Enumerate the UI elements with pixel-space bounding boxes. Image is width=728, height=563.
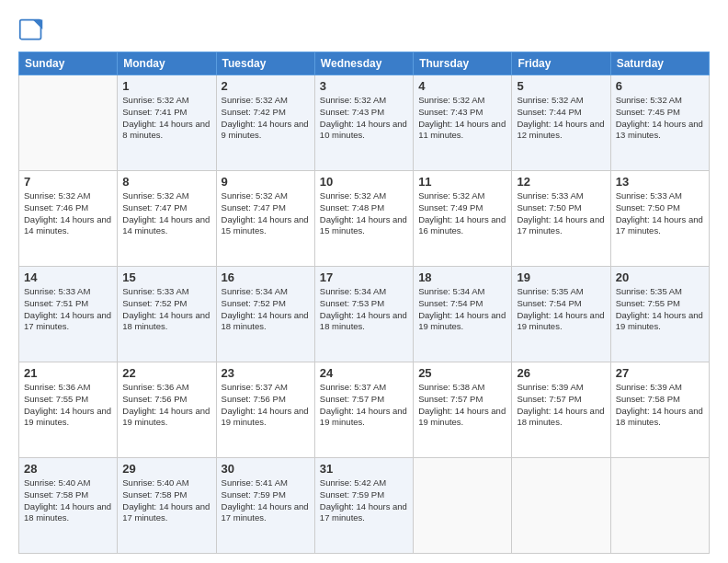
calendar-cell: 24Sunrise: 5:37 AMSunset: 7:57 PMDayligh… xyxy=(314,362,413,458)
day-number: 25 xyxy=(418,366,506,380)
day-info: Sunrise: 5:32 AMSunset: 7:48 PMDaylight:… xyxy=(320,190,408,237)
day-number: 21 xyxy=(24,366,112,380)
day-number: 17 xyxy=(320,270,408,284)
weekday-header-wednesday: Wednesday xyxy=(314,52,413,75)
day-number: 29 xyxy=(122,462,210,476)
calendar-week-row: 21Sunrise: 5:36 AMSunset: 7:55 PMDayligh… xyxy=(19,362,710,458)
day-info: Sunrise: 5:32 AMSunset: 7:49 PMDaylight:… xyxy=(418,190,506,237)
day-number: 18 xyxy=(418,270,506,284)
calendar-cell: 21Sunrise: 5:36 AMSunset: 7:55 PMDayligh… xyxy=(19,362,118,458)
calendar-table: SundayMondayTuesdayWednesdayThursdayFrid… xyxy=(18,52,710,554)
calendar-cell: 7Sunrise: 5:32 AMSunset: 7:46 PMDaylight… xyxy=(19,171,118,267)
day-number: 24 xyxy=(320,366,408,380)
calendar-cell: 16Sunrise: 5:34 AMSunset: 7:52 PMDayligh… xyxy=(216,267,314,362)
day-number: 11 xyxy=(418,175,506,189)
calendar-cell: 23Sunrise: 5:37 AMSunset: 7:56 PMDayligh… xyxy=(216,362,314,458)
calendar-cell xyxy=(19,75,118,171)
day-number: 19 xyxy=(517,270,605,284)
day-info: Sunrise: 5:39 AMSunset: 7:58 PMDaylight:… xyxy=(616,382,704,429)
calendar-cell: 5Sunrise: 5:32 AMSunset: 7:44 PMDaylight… xyxy=(512,75,610,171)
day-number: 27 xyxy=(616,366,704,380)
day-info: Sunrise: 5:40 AMSunset: 7:58 PMDaylight:… xyxy=(24,477,112,524)
weekday-header-sunday: Sunday xyxy=(19,52,118,75)
calendar-cell: 29Sunrise: 5:40 AMSunset: 7:58 PMDayligh… xyxy=(118,458,216,554)
day-info: Sunrise: 5:32 AMSunset: 7:43 PMDaylight:… xyxy=(418,95,506,142)
calendar-cell: 13Sunrise: 5:33 AMSunset: 7:50 PMDayligh… xyxy=(610,171,709,267)
weekday-header-thursday: Thursday xyxy=(414,52,512,75)
weekday-header-row: SundayMondayTuesdayWednesdayThursdayFrid… xyxy=(19,52,710,75)
day-info: Sunrise: 5:37 AMSunset: 7:56 PMDaylight:… xyxy=(222,382,310,429)
day-number: 15 xyxy=(122,270,210,284)
calendar-cell: 12Sunrise: 5:33 AMSunset: 7:50 PMDayligh… xyxy=(512,171,610,267)
day-number: 9 xyxy=(222,175,310,189)
calendar-week-row: 1Sunrise: 5:32 AMSunset: 7:41 PMDaylight… xyxy=(19,75,710,171)
logo xyxy=(18,17,46,42)
day-number: 16 xyxy=(222,270,310,284)
day-number: 12 xyxy=(517,175,605,189)
header xyxy=(18,17,710,42)
calendar-cell xyxy=(610,458,709,554)
day-info: Sunrise: 5:32 AMSunset: 7:45 PMDaylight:… xyxy=(616,95,704,142)
calendar-cell: 28Sunrise: 5:40 AMSunset: 7:58 PMDayligh… xyxy=(19,458,118,554)
calendar-cell: 6Sunrise: 5:32 AMSunset: 7:45 PMDaylight… xyxy=(610,75,709,171)
calendar-cell: 8Sunrise: 5:32 AMSunset: 7:47 PMDaylight… xyxy=(118,171,216,267)
day-info: Sunrise: 5:32 AMSunset: 7:46 PMDaylight:… xyxy=(24,190,112,237)
calendar-cell: 4Sunrise: 5:32 AMSunset: 7:43 PMDaylight… xyxy=(414,75,512,171)
weekday-header-tuesday: Tuesday xyxy=(216,52,314,75)
calendar-cell: 11Sunrise: 5:32 AMSunset: 7:49 PMDayligh… xyxy=(414,171,512,267)
day-info: Sunrise: 5:36 AMSunset: 7:56 PMDaylight:… xyxy=(122,382,210,429)
day-number: 26 xyxy=(517,366,605,380)
day-info: Sunrise: 5:32 AMSunset: 7:42 PMDaylight:… xyxy=(222,95,310,142)
day-info: Sunrise: 5:34 AMSunset: 7:52 PMDaylight:… xyxy=(222,286,310,333)
day-number: 4 xyxy=(418,79,506,93)
calendar-cell: 19Sunrise: 5:35 AMSunset: 7:54 PMDayligh… xyxy=(512,267,610,362)
calendar-cell: 2Sunrise: 5:32 AMSunset: 7:42 PMDaylight… xyxy=(216,75,314,171)
calendar-cell: 30Sunrise: 5:41 AMSunset: 7:59 PMDayligh… xyxy=(216,458,314,554)
calendar-cell: 10Sunrise: 5:32 AMSunset: 7:48 PMDayligh… xyxy=(314,171,413,267)
calendar-cell: 18Sunrise: 5:34 AMSunset: 7:54 PMDayligh… xyxy=(414,267,512,362)
day-number: 6 xyxy=(616,79,704,93)
day-info: Sunrise: 5:42 AMSunset: 7:59 PMDaylight:… xyxy=(320,477,408,524)
weekday-header-friday: Friday xyxy=(512,52,610,75)
calendar-cell: 27Sunrise: 5:39 AMSunset: 7:58 PMDayligh… xyxy=(610,362,709,458)
day-number: 31 xyxy=(320,462,408,476)
day-number: 5 xyxy=(517,79,605,93)
day-number: 30 xyxy=(222,462,310,476)
day-info: Sunrise: 5:37 AMSunset: 7:57 PMDaylight:… xyxy=(320,382,408,429)
day-number: 8 xyxy=(122,175,210,189)
calendar-cell: 22Sunrise: 5:36 AMSunset: 7:56 PMDayligh… xyxy=(118,362,216,458)
day-number: 13 xyxy=(616,175,704,189)
day-info: Sunrise: 5:32 AMSunset: 7:47 PMDaylight:… xyxy=(222,190,310,237)
day-info: Sunrise: 5:33 AMSunset: 7:52 PMDaylight:… xyxy=(122,286,210,333)
day-number: 3 xyxy=(320,79,408,93)
calendar-week-row: 14Sunrise: 5:33 AMSunset: 7:51 PMDayligh… xyxy=(19,267,710,362)
day-info: Sunrise: 5:33 AMSunset: 7:50 PMDaylight:… xyxy=(616,190,704,237)
calendar-page: SundayMondayTuesdayWednesdayThursdayFrid… xyxy=(0,0,728,563)
day-info: Sunrise: 5:33 AMSunset: 7:51 PMDaylight:… xyxy=(24,286,112,333)
day-number: 1 xyxy=(122,79,210,93)
calendar-cell xyxy=(512,458,610,554)
calendar-week-row: 28Sunrise: 5:40 AMSunset: 7:58 PMDayligh… xyxy=(19,458,710,554)
day-number: 2 xyxy=(222,79,310,93)
day-info: Sunrise: 5:32 AMSunset: 7:43 PMDaylight:… xyxy=(320,95,408,142)
day-number: 20 xyxy=(616,270,704,284)
day-number: 22 xyxy=(122,366,210,380)
day-number: 14 xyxy=(24,270,112,284)
calendar-cell: 25Sunrise: 5:38 AMSunset: 7:57 PMDayligh… xyxy=(414,362,512,458)
calendar-cell: 20Sunrise: 5:35 AMSunset: 7:55 PMDayligh… xyxy=(610,267,709,362)
day-info: Sunrise: 5:32 AMSunset: 7:44 PMDaylight:… xyxy=(517,95,605,142)
calendar-cell: 9Sunrise: 5:32 AMSunset: 7:47 PMDaylight… xyxy=(216,171,314,267)
day-info: Sunrise: 5:35 AMSunset: 7:54 PMDaylight:… xyxy=(517,286,605,333)
logo-icon xyxy=(18,17,44,42)
day-info: Sunrise: 5:40 AMSunset: 7:58 PMDaylight:… xyxy=(122,477,210,524)
day-info: Sunrise: 5:39 AMSunset: 7:57 PMDaylight:… xyxy=(517,382,605,429)
day-info: Sunrise: 5:34 AMSunset: 7:53 PMDaylight:… xyxy=(320,286,408,333)
calendar-cell xyxy=(414,458,512,554)
day-number: 23 xyxy=(222,366,310,380)
calendar-cell: 3Sunrise: 5:32 AMSunset: 7:43 PMDaylight… xyxy=(314,75,413,171)
calendar-week-row: 7Sunrise: 5:32 AMSunset: 7:46 PMDaylight… xyxy=(19,171,710,267)
day-number: 7 xyxy=(24,175,112,189)
calendar-cell: 15Sunrise: 5:33 AMSunset: 7:52 PMDayligh… xyxy=(118,267,216,362)
calendar-cell: 26Sunrise: 5:39 AMSunset: 7:57 PMDayligh… xyxy=(512,362,610,458)
weekday-header-saturday: Saturday xyxy=(610,52,709,75)
